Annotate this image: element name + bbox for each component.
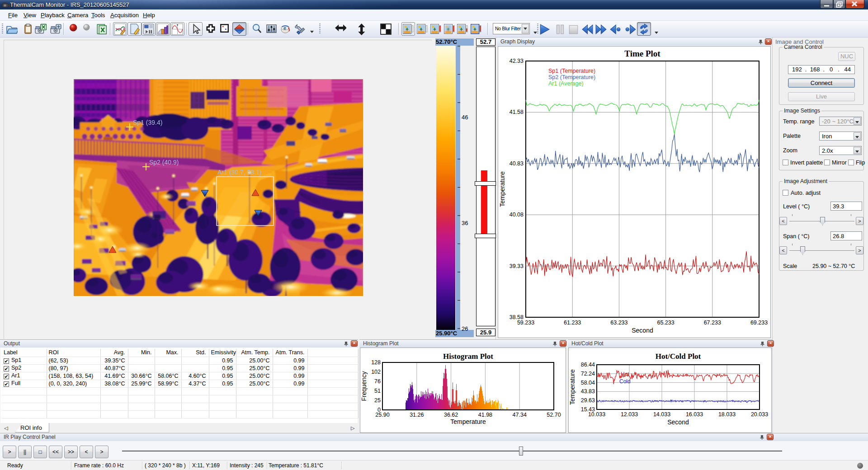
svg-text:51: 51 — [374, 388, 381, 394]
svg-text:Cold: Cold — [619, 378, 631, 385]
svg-text:63.233: 63.233 — [610, 320, 627, 326]
svg-text:Hot/Cold Plot: Hot/Cold Plot — [656, 352, 701, 361]
svg-text:41.58: 41.58 — [509, 109, 524, 115]
svg-text:86.44: 86.44 — [581, 362, 595, 368]
svg-text:39.33: 39.33 — [509, 263, 524, 269]
svg-text:Sp1 (39.4): Sp1 (39.4) — [133, 119, 162, 126]
svg-text:16.033: 16.033 — [686, 411, 703, 418]
svg-text:Ar1 (Average): Ar1 (Average) — [548, 80, 584, 87]
svg-text:67.233: 67.233 — [704, 320, 721, 326]
svg-text:Time Plot: Time Plot — [624, 49, 660, 58]
svg-text:65.233: 65.233 — [657, 320, 674, 326]
svg-text:76: 76 — [374, 378, 381, 385]
svg-text:Second: Second — [632, 327, 653, 334]
svg-text:Histogram Plot: Histogram Plot — [443, 352, 493, 361]
svg-text:Second: Second — [667, 418, 689, 426]
svg-text:102: 102 — [371, 369, 381, 375]
svg-text:Temperature: Temperature — [569, 369, 576, 405]
svg-text:Frequency: Frequency — [360, 371, 368, 401]
svg-text:Temperature: Temperature — [450, 418, 486, 425]
svg-text:10.033: 10.033 — [588, 411, 605, 418]
svg-text:12.033: 12.033 — [621, 411, 638, 418]
svg-text:Sp1 (Temperature): Sp1 (Temperature) — [548, 68, 595, 74]
svg-text:31.26: 31.26 — [410, 412, 424, 418]
svg-text:47.34: 47.34 — [513, 412, 527, 418]
svg-text:Ar1 (30.7, 58.1): Ar1 (30.7, 58.1) — [217, 169, 261, 176]
svg-text:Sp2 (Temperature): Sp2 (Temperature) — [548, 74, 595, 80]
svg-text:20.033: 20.033 — [751, 411, 768, 418]
svg-text:29.63: 29.63 — [581, 397, 595, 404]
svg-text:72.24: 72.24 — [581, 371, 595, 377]
svg-text:128: 128 — [371, 359, 381, 366]
svg-text:41.98: 41.98 — [478, 412, 492, 418]
svg-text:Temperature: Temperature — [499, 171, 506, 207]
svg-text:18.033: 18.033 — [718, 411, 736, 418]
svg-text:40.08: 40.08 — [509, 212, 524, 218]
svg-text:25.90: 25.90 — [375, 412, 389, 418]
svg-text:36.62: 36.62 — [444, 412, 458, 418]
svg-text:61.233: 61.233 — [564, 320, 581, 326]
svg-text:69.233: 69.233 — [750, 320, 768, 326]
svg-text:Hot: Hot — [621, 371, 629, 377]
svg-text:40.83: 40.83 — [509, 160, 524, 167]
svg-text:25: 25 — [374, 397, 381, 404]
svg-text:Sp2 (40.9): Sp2 (40.9) — [149, 159, 179, 166]
svg-text:42.33: 42.33 — [509, 58, 524, 64]
svg-text:52.70: 52.70 — [547, 412, 561, 418]
svg-text:43.83: 43.83 — [581, 388, 595, 395]
svg-text:59.233: 59.233 — [517, 320, 534, 326]
svg-text:58.04: 58.04 — [581, 380, 595, 386]
svg-text:14.033: 14.033 — [653, 411, 670, 418]
